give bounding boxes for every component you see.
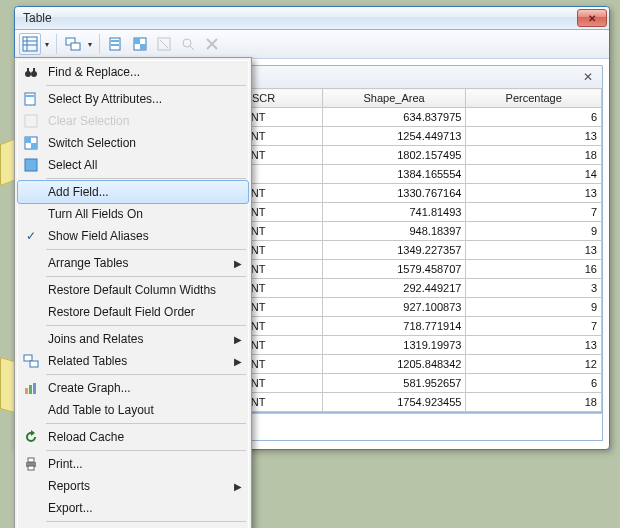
table-options-menu: Find & Replace... Select By Attributes..… (14, 57, 252, 528)
cell[interactable]: 16 (466, 260, 602, 279)
menu-print[interactable]: Print... (18, 453, 248, 475)
close-button[interactable] (577, 9, 607, 27)
switch-selection-icon (18, 132, 44, 154)
menu-switch-selection[interactable]: Switch Selection (18, 132, 248, 154)
svg-rect-28 (25, 159, 37, 171)
menu-item-label: Restore Default Column Widths (44, 283, 230, 297)
table-options-dropdown-icon[interactable]: ▾ (43, 40, 51, 49)
blank-icon (18, 524, 44, 528)
cell[interactable]: 292.449217 (322, 279, 466, 298)
menu-separator (46, 521, 246, 522)
menu-related-tables[interactable]: Related Tables ▶ (18, 350, 248, 372)
menu-select-all[interactable]: Select All (18, 154, 248, 176)
menu-separator (46, 450, 246, 451)
switch-selection-button[interactable] (129, 33, 151, 55)
blank-icon (18, 497, 44, 519)
cell[interactable]: 14 (466, 165, 602, 184)
select-by-attributes-button[interactable] (105, 33, 127, 55)
cell[interactable]: 1349.227357 (322, 241, 466, 260)
table-select-icon (18, 88, 44, 110)
table-options-button[interactable] (19, 33, 41, 55)
menu-restore-field-order[interactable]: Restore Default Field Order (18, 301, 248, 323)
menu-arrange-tables[interactable]: Arrange Tables ▶ (18, 252, 248, 274)
related-tables-button[interactable] (62, 33, 84, 55)
menu-item-label: Restore Default Field Order (44, 305, 230, 319)
cell[interactable]: 1205.848342 (322, 355, 466, 374)
menu-add-table-to-layout[interactable]: Add Table to Layout (18, 399, 248, 421)
cell[interactable]: 3 (466, 279, 602, 298)
cell[interactable]: 18 (466, 146, 602, 165)
cell[interactable]: 1802.157495 (322, 146, 466, 165)
menu-find-replace[interactable]: Find & Replace... (18, 61, 248, 83)
menu-item-label: Select By Attributes... (44, 92, 230, 106)
menu-separator (46, 178, 246, 179)
cell[interactable]: 581.952657 (322, 374, 466, 393)
menu-select-by-attributes[interactable]: Select By Attributes... (18, 88, 248, 110)
menu-item-label: Print... (44, 457, 230, 471)
menu-create-graph[interactable]: Create Graph... (18, 377, 248, 399)
blank-icon (18, 279, 44, 301)
menu-show-field-aliases[interactable]: Show Field Aliases (18, 225, 248, 247)
cell[interactable]: 9 (466, 298, 602, 317)
menu-item-label: Switch Selection (44, 136, 230, 150)
tab-close-icon[interactable] (580, 69, 596, 85)
cell[interactable]: 7 (466, 203, 602, 222)
menu-item-label: Find & Replace... (44, 65, 230, 79)
cell[interactable]: 948.18397 (322, 222, 466, 241)
cell[interactable]: 1384.165554 (322, 165, 466, 184)
menu-item-label: Select All (44, 158, 230, 172)
cell[interactable]: 13 (466, 184, 602, 203)
cell[interactable]: 718.771914 (322, 317, 466, 336)
select-all-icon (18, 154, 44, 176)
separator (99, 34, 100, 54)
svg-rect-31 (25, 388, 28, 394)
cell[interactable]: 13 (466, 241, 602, 260)
cell[interactable]: 1330.767164 (322, 184, 466, 203)
cell[interactable]: 1319.19973 (322, 336, 466, 355)
svg-rect-22 (25, 93, 35, 105)
blank-icon (18, 181, 44, 203)
menu-add-field[interactable]: Add Field... (17, 180, 249, 204)
menu-turn-all-fields-on[interactable]: Turn All Fields On (18, 203, 248, 225)
titlebar[interactable]: Table (15, 7, 609, 30)
cell[interactable]: 634.837975 (322, 108, 466, 127)
menu-restore-column-widths[interactable]: Restore Default Column Widths (18, 279, 248, 301)
menu-separator (46, 325, 246, 326)
separator (56, 34, 57, 54)
menu-export[interactable]: Export... (18, 497, 248, 519)
menu-separator (46, 276, 246, 277)
cell[interactable]: 741.81493 (322, 203, 466, 222)
related-tables-dropdown-icon[interactable]: ▾ (86, 40, 94, 49)
menu-appearance[interactable]: Appearance... (18, 524, 248, 528)
column-header[interactable]: Shape_Area (322, 89, 466, 108)
cell[interactable]: 12 (466, 355, 602, 374)
cell[interactable]: 6 (466, 374, 602, 393)
cell[interactable]: 18 (466, 393, 602, 412)
menu-item-label: Export... (44, 501, 230, 515)
window-title: Table (23, 11, 577, 25)
menu-item-label: Related Tables (44, 354, 230, 368)
cell[interactable]: 927.100873 (322, 298, 466, 317)
menu-joins-relates[interactable]: Joins and Relates ▶ (18, 328, 248, 350)
svg-point-14 (183, 39, 191, 47)
svg-rect-30 (30, 361, 38, 367)
cell[interactable]: 13 (466, 127, 602, 146)
cell[interactable]: 1754.923455 (322, 393, 466, 412)
clear-selection-icon (18, 110, 44, 132)
cell[interactable]: 1579.458707 (322, 260, 466, 279)
cell[interactable]: 1254.449713 (322, 127, 466, 146)
cell[interactable]: 9 (466, 222, 602, 241)
svg-rect-26 (25, 137, 31, 143)
menu-reports[interactable]: Reports ▶ (18, 475, 248, 497)
menu-reload-cache[interactable]: Reload Cache (18, 426, 248, 448)
clear-selection-button (153, 33, 175, 55)
menu-separator (46, 374, 246, 375)
svg-rect-32 (29, 385, 32, 394)
menu-separator (46, 249, 246, 250)
cell[interactable]: 13 (466, 336, 602, 355)
cell[interactable]: 6 (466, 108, 602, 127)
delete-selected-button (201, 33, 223, 55)
column-header[interactable]: Percentage (466, 89, 602, 108)
cell[interactable]: 7 (466, 317, 602, 336)
menu-item-label: Clear Selection (44, 114, 230, 128)
